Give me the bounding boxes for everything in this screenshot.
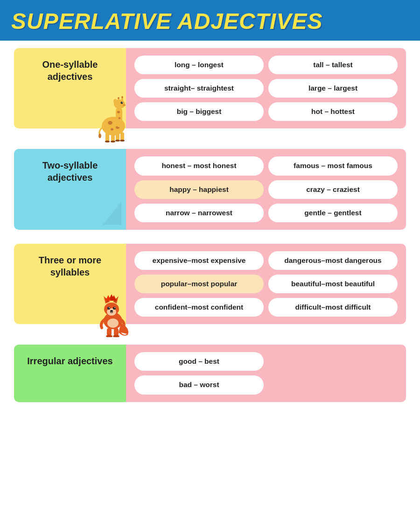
svg-point-9 xyxy=(122,102,123,103)
pill-famous: famous – most famous xyxy=(268,156,398,175)
svg-point-40 xyxy=(106,335,112,337)
pill-expensive: expensive–most expensive xyxy=(134,251,264,270)
svg-point-5 xyxy=(117,111,120,113)
row-two-syllable-inner: Two-syllable adjectives honest – most ho… xyxy=(14,149,406,229)
pill-hot-hottest: hot – hottest xyxy=(268,102,398,121)
row-one-syllable: One-syllable adjectives xyxy=(14,48,406,128)
pill-popular: popular–most popular xyxy=(134,275,264,293)
svg-point-15 xyxy=(113,99,117,104)
pill-confident: confident–most confident xyxy=(134,298,264,317)
svg-point-34 xyxy=(113,307,116,310)
row-three-syllable: Three or more syllables xyxy=(14,244,406,324)
header: SUPERLATIVE ADJECTIVES xyxy=(0,0,420,41)
triangle-decoration xyxy=(103,202,121,225)
pills-irregular: good – best bad – worst xyxy=(126,345,406,402)
svg-point-22 xyxy=(115,140,120,141)
pill-honest: honest – most honest xyxy=(134,156,264,175)
giraffe-icon xyxy=(92,91,134,142)
row-one-syllable-inner: One-syllable adjectives xyxy=(14,48,406,128)
pill-narrow: narrow – narrowest xyxy=(134,204,264,222)
pill-bad-worst: bad – worst xyxy=(134,375,264,394)
svg-rect-4 xyxy=(116,107,122,127)
svg-rect-19 xyxy=(120,132,124,141)
row-irregular: Irregular adjectives good – best bad – w… xyxy=(14,345,406,402)
svg-point-14 xyxy=(121,96,123,98)
pill-beautiful: beautiful–most beautiful xyxy=(268,275,398,293)
svg-point-12 xyxy=(118,97,119,99)
svg-point-10 xyxy=(123,104,126,106)
svg-rect-17 xyxy=(111,132,115,141)
page-title: SUPERLATIVE ADJECTIVES xyxy=(11,9,322,34)
pills-one-syllable: long – longest tall – tallest straight– … xyxy=(126,48,406,128)
row-three-syllable-inner: Three or more syllables xyxy=(14,244,406,324)
row-irregular-inner: Irregular adjectives good – best bad – w… xyxy=(14,345,406,402)
svg-point-20 xyxy=(105,141,110,142)
fox-icon xyxy=(95,290,133,337)
svg-rect-18 xyxy=(116,132,119,141)
pill-long-longest: long – longest xyxy=(134,56,264,74)
svg-point-6 xyxy=(119,117,121,119)
main-content: One-syllable adjectives xyxy=(0,41,420,411)
row-two-syllable: Two-syllable adjectives honest – most ho… xyxy=(14,149,406,229)
svg-rect-11 xyxy=(118,99,119,102)
svg-point-26 xyxy=(107,318,119,328)
svg-point-36 xyxy=(114,307,115,308)
pill-happy: happy – happiest xyxy=(134,180,264,199)
svg-point-33 xyxy=(107,307,110,310)
label-three-syllable: Three or more syllables xyxy=(14,244,126,324)
svg-point-8 xyxy=(121,102,123,104)
label-one-syllable: One-syllable adjectives xyxy=(14,48,126,128)
svg-point-37 xyxy=(110,310,113,312)
svg-point-3 xyxy=(111,128,113,131)
label-two-syllable: Two-syllable adjectives xyxy=(14,149,126,229)
pill-crazy: crazy – craziest xyxy=(268,180,398,199)
pill-gentle: gentle – gentlest xyxy=(268,204,398,222)
pills-two-syllable: honest – most honest famous – most famou… xyxy=(126,149,406,229)
pill-large-largest: large – largest xyxy=(268,79,398,98)
svg-rect-13 xyxy=(121,98,123,101)
pill-straight-straightest: straight– straightest xyxy=(134,79,264,98)
label-irregular-text: Irregular adjectives xyxy=(22,355,118,367)
svg-point-41 xyxy=(113,335,119,337)
pill-tall-tallest: tall – tallest xyxy=(268,56,398,74)
label-three-syllable-text: Three or more syllables xyxy=(22,254,118,278)
label-one-syllable-text: One-syllable adjectives xyxy=(22,58,118,83)
svg-point-1 xyxy=(108,121,112,125)
pill-difficult: difficult–most difficult xyxy=(268,298,398,317)
pill-good-best: good – best xyxy=(134,352,264,371)
svg-point-23 xyxy=(120,140,125,141)
svg-point-24 xyxy=(98,134,101,138)
svg-rect-16 xyxy=(105,132,109,141)
pill-big-biggest: big – biggest xyxy=(134,102,264,121)
pills-three-syllable: expensive–most expensive dangerous–most … xyxy=(126,244,406,324)
pill-dangerous: dangerous–most dangerous xyxy=(268,251,398,270)
svg-point-35 xyxy=(109,307,110,308)
svg-point-21 xyxy=(111,141,115,142)
label-irregular: Irregular adjectives xyxy=(14,345,126,402)
label-two-syllable-text: Two-syllable adjectives xyxy=(22,159,118,184)
